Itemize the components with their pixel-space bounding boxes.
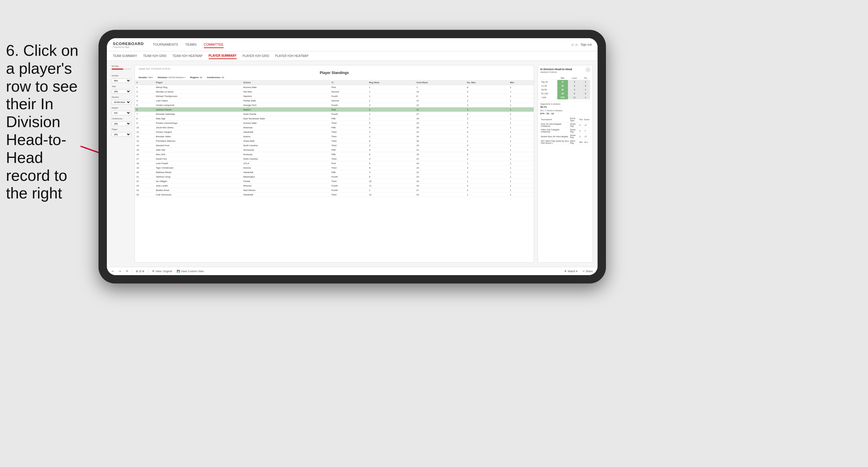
- h2h-row: Top 10 8 3 2: [540, 80, 590, 84]
- cell-rds: 2: [466, 112, 508, 116]
- nav-tournaments[interactable]: TOURNAMENTS: [153, 41, 178, 48]
- h2h-col-rank: [540, 76, 557, 80]
- tablet-screen: SCOREBOARD Powered by clippi TOURNAMENTS…: [107, 38, 597, 275]
- table-row[interactable]: 6 Jackson Koivun Auburn First 2 21 2 1: [135, 107, 534, 112]
- table-row[interactable]: 5 Christo Lamprecht Georgia Tech Fourth …: [135, 103, 534, 107]
- table-row[interactable]: 3 Michael Thorbjornsen Stanford Fourth 1…: [135, 94, 534, 98]
- h2h-row: 51-100 46 6 3: [540, 92, 590, 95]
- sub-nav-player-summary[interactable]: PLAYER SUMMARY: [209, 53, 237, 59]
- division-select[interactable]: NCAA Division I: [112, 100, 131, 104]
- h2h-close-button[interactable]: ×: [586, 68, 590, 72]
- table-row[interactable]: 13 Phichakun Maichon Texas A&M Third 6 3…: [135, 139, 534, 143]
- h2h-col-tie: Tie: [581, 76, 590, 80]
- cell-player: Bastien Amat: [154, 188, 242, 192]
- table-row[interactable]: 14 Maxwell Ford North Carolina Third 3 2…: [135, 143, 534, 148]
- cell-school: New Mexico: [242, 188, 330, 192]
- save-custom-button[interactable]: 💾 Save Custom View: [176, 269, 205, 273]
- no-rds-slider[interactable]: [112, 69, 131, 72]
- table-row[interactable]: 22 Ian Gilligan Florida Third 10 24 1 1: [135, 179, 534, 184]
- table-scroll-area[interactable]: # Player School Yr Reg Rank Conf Rank No…: [135, 80, 534, 262]
- forward-button[interactable]: ⟳: [125, 269, 129, 273]
- table-row[interactable]: 12 Brendan Valles Auburn Third 1 24 1 1: [135, 134, 534, 139]
- cell-school: Florida: [242, 179, 330, 184]
- t-cell-name: Amer Am Intercollegiate Invitational: [540, 122, 569, 128]
- undo-button[interactable]: ↩: [111, 269, 115, 273]
- cell-rds: 0: [466, 130, 508, 134]
- cell-reg: 1: [367, 90, 415, 94]
- sign-out-button[interactable]: Sign out: [581, 43, 592, 46]
- cell-yr: Fourth: [330, 184, 367, 188]
- cell-yr: Second: [330, 98, 367, 103]
- player-filter: Player (All): [112, 128, 131, 137]
- cell-player: Wenyi Ding: [154, 85, 242, 90]
- table-row[interactable]: 21 Taehoon Song Washington Fourth 6 23 1…: [135, 175, 534, 179]
- cell-win: 1: [508, 179, 534, 184]
- table-row[interactable]: 9 Preston Summerhays Arizona State Third…: [135, 121, 534, 125]
- h2h-cell-win: 46: [557, 92, 568, 95]
- cell-school: North Carolina: [242, 157, 330, 161]
- cell-win: 1: [508, 192, 534, 197]
- sub-nav-team-summary[interactable]: TEAM SUMMARY: [113, 53, 137, 59]
- table-row[interactable]: 23 Jack Lundin Missouri Fourth 11 24 0 1: [135, 184, 534, 188]
- cell-win: 1: [508, 157, 534, 161]
- t-cell-pos: 4: [579, 122, 584, 128]
- sub-nav-team-h2h-grid[interactable]: TEAM H2H GRID: [143, 53, 166, 59]
- sidebar-filters: No Rds. Gender Men: [112, 65, 131, 262]
- sub-nav-player-h2h-heatmap[interactable]: PLAYER H2H HEATMAP: [275, 53, 309, 59]
- view-original-button[interactable]: 👁 View: Original: [151, 269, 173, 273]
- h2h-cell-loss: 4: [568, 88, 581, 92]
- gender-select[interactable]: Men: [112, 79, 131, 83]
- table-row[interactable]: 25 Cole Sherwood Vanderbilt Third 12 23 …: [135, 192, 534, 197]
- cell-win: 1: [508, 116, 534, 121]
- table-row[interactable]: 10 Jacob Mon Drees Arkansas Fifth 4 25 0…: [135, 125, 534, 130]
- cell-conf: 24: [415, 179, 465, 184]
- year-select[interactable]: (All): [112, 89, 131, 94]
- h2h-cell-tie: 5: [581, 84, 590, 88]
- region-select[interactable]: N/A: [112, 111, 131, 115]
- cell-win: 1: [508, 143, 534, 148]
- cell-win: 1: [508, 161, 534, 166]
- cell-reg: 12: [367, 192, 415, 197]
- table-row[interactable]: 16 Alex Goff Kentucky Fifth 8 19 0 1: [135, 152, 534, 157]
- cell-rds: 8: [466, 85, 508, 90]
- table-row[interactable]: 11 Gordon Sargent Vanderbilt Third 4 21 …: [135, 130, 534, 134]
- h2h-cell-rank: 51-100: [540, 92, 557, 95]
- gender-filter-label: Gender: [112, 74, 131, 77]
- cell-num: 4: [135, 98, 154, 103]
- redo-button[interactable]: ↪: [118, 269, 122, 273]
- table-row[interactable]: 4 Luke Claton Florida State Second 1 27 …: [135, 98, 534, 103]
- t-cell-type: Stroke Play: [569, 128, 579, 134]
- tournament-table-body: Amer Am Intercollegiate Invitational Str…: [540, 122, 590, 145]
- cell-school: Georgia Tech: [242, 103, 330, 107]
- sub-nav-team-h2h-heatmap[interactable]: TEAM H2H HEATMAP: [173, 53, 203, 59]
- table-row[interactable]: 2 Michael La Sasse Ole Miss Second 1 19 …: [135, 90, 534, 94]
- player-select[interactable]: (All): [112, 132, 131, 137]
- cell-win: 1: [508, 90, 534, 94]
- conference-select[interactable]: (All): [112, 121, 131, 126]
- table-row[interactable]: 15 Jake Hall Tennessee Fifth 4 21 0 1: [135, 148, 534, 152]
- cell-conf: 21: [415, 107, 465, 112]
- table-row[interactable]: 1 Wenyi Ding Arizona State First 1 1 8 1: [135, 85, 534, 90]
- cell-win: 1: [508, 134, 534, 139]
- table-row[interactable]: 17 David Ford North Carolina Third 4 21 …: [135, 157, 534, 161]
- table-row[interactable]: 20 Matthew Riedel Vanderbilt Fifth 4 21 …: [135, 170, 534, 175]
- cell-reg: 4: [367, 125, 415, 130]
- nav-committee[interactable]: COMMITTEE: [204, 41, 223, 48]
- watch-button[interactable]: 👁 Watch ▾: [563, 269, 579, 273]
- cell-reg: 4: [367, 130, 415, 134]
- cell-win: 1: [508, 188, 534, 192]
- share-button[interactable]: ↗ Share: [581, 269, 594, 273]
- cell-school: Missouri: [242, 184, 330, 188]
- cell-player: Jake Hall: [154, 148, 242, 152]
- cell-conf: 27: [415, 98, 465, 103]
- gender-filter: Gender Men: [112, 74, 131, 83]
- table-row[interactable]: 24 Bastien Amat New Mexico Fourth 1 27 2…: [135, 188, 534, 192]
- table-row[interactable]: 7 Nicholas Gabrielak North Florida Fourt…: [135, 112, 534, 116]
- table-row[interactable]: 19 Tiger Christensen Arizona Third 8 23 …: [135, 166, 534, 170]
- table-row[interactable]: 8 Mats Ege East Tennessee State Fifth 1 …: [135, 116, 534, 121]
- cell-win: 1: [508, 152, 534, 157]
- cell-num: 14: [135, 143, 154, 148]
- sub-nav-player-h2h-grid[interactable]: PLAYER H2H GRID: [243, 53, 269, 59]
- table-row[interactable]: 18 Luke Powell UCLA First 6 24 1 1: [135, 161, 534, 166]
- nav-teams[interactable]: TEAMS: [185, 41, 197, 48]
